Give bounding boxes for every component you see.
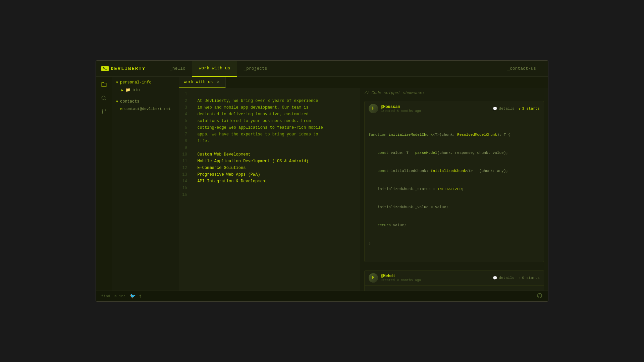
code-line-11: 11 Mobile Application Development (iOS &… bbox=[179, 158, 360, 165]
code-panel-left[interactable]: 1 2 At DevLiberty, we bring over 3 years… bbox=[179, 88, 360, 291]
line-content-13: Progressive Web Apps (PWA) bbox=[193, 171, 260, 178]
github-icon[interactable] bbox=[537, 293, 543, 300]
line-number-15: 15 bbox=[179, 185, 193, 191]
line-number-9: 9 bbox=[179, 144, 193, 151]
files-icon[interactable] bbox=[99, 79, 109, 90]
line-content-5: solutions tailored to your business need… bbox=[193, 118, 311, 124]
stars-btn-houssam[interactable]: ★ 3 starts bbox=[519, 107, 540, 111]
titlebar: >_ DEVLIBERTY _hello work with us _proje… bbox=[96, 61, 548, 77]
line-content-8: life. bbox=[193, 138, 209, 144]
svg-point-3 bbox=[105, 110, 106, 111]
code-line-1: 1 bbox=[179, 91, 360, 98]
editor-tab-label: work with us bbox=[184, 80, 213, 84]
sidebar-bio[interactable]: ▶ 📁 bio bbox=[112, 86, 179, 94]
tab-hello[interactable]: _hello bbox=[163, 61, 192, 77]
created-time-houssam: Created 5 months ago bbox=[381, 109, 493, 113]
code-line-16: 16 bbox=[179, 191, 360, 198]
line-content-14: API Integration & Development bbox=[193, 178, 267, 185]
line-number-16: 16 bbox=[179, 191, 193, 198]
editor-area: work with us × 1 2 At DevLiberty, we bri… bbox=[179, 77, 548, 291]
snippet-title: // Code snippet showcase: bbox=[364, 91, 544, 96]
user-info-houssam: @Houssam Created 5 months ago bbox=[381, 105, 493, 113]
line-number-4: 4 bbox=[179, 111, 193, 118]
main-layout: ▼ personal-info ▶ 📁 bio ▼ contacts ✉ con… bbox=[96, 77, 548, 291]
line-number-13: 13 bbox=[179, 171, 193, 178]
editor-tab-work-with-us[interactable]: work with us × bbox=[179, 77, 226, 88]
snippet-card-houssam: H @Houssam Created 5 months ago 💬 detail… bbox=[364, 101, 544, 262]
line-number-5: 5 bbox=[179, 118, 193, 124]
chevron-down-icon: ▼ bbox=[116, 81, 118, 84]
snippet-actions-mehdi: 💬 details ☆ 0 starts bbox=[493, 276, 540, 280]
code-snippet-line: initializedChunk._value = value; bbox=[369, 204, 540, 210]
code-line-4: 4 dedicated to delivering innovative, cu… bbox=[179, 111, 360, 118]
tab-contact-us[interactable]: _contact-us bbox=[500, 61, 543, 77]
tab-projects[interactable]: _projects bbox=[237, 61, 274, 77]
git-icon[interactable] bbox=[99, 106, 109, 117]
code-line-7: 7 apps, we have the expertise to bring y… bbox=[179, 131, 360, 138]
star-icon-mehdi: ☆ bbox=[519, 276, 521, 280]
line-content-3: in web and mobile app development. Our t… bbox=[193, 104, 309, 111]
details-btn-houssam[interactable]: 💬 details bbox=[493, 107, 514, 111]
code-panel-right[interactable]: // Code snippet showcase: H @Houssam Cre… bbox=[360, 88, 548, 291]
svg-line-1 bbox=[105, 99, 106, 101]
stars-count-mehdi: 0 starts bbox=[522, 276, 540, 280]
line-number-10: 10 bbox=[179, 151, 193, 158]
facebook-icon[interactable]: f bbox=[140, 294, 141, 299]
code-line-6: 6 cutting-edge web applications to featu… bbox=[179, 124, 360, 131]
line-number-8: 8 bbox=[179, 138, 193, 144]
tab-work-with-us[interactable]: work with us bbox=[192, 61, 237, 77]
line-number-11: 11 bbox=[179, 158, 193, 165]
logo-text: DEVLIBERTY bbox=[111, 66, 146, 71]
line-content-2: At DevLiberty, we bring over 3 years of … bbox=[193, 98, 318, 104]
logo-icon: >_ bbox=[101, 66, 109, 71]
chevron-right-icon: ▶ bbox=[121, 88, 123, 92]
code-line-2: 2 At DevLiberty, we bring over 3 years o… bbox=[179, 98, 360, 104]
snippet-card-mehdi: M @Mehdi Created 9 months ago 💬 details bbox=[364, 270, 544, 291]
tab-close-button[interactable]: × bbox=[215, 79, 221, 85]
activity-bar bbox=[96, 77, 112, 291]
created-time-mehdi: Created 9 months ago bbox=[381, 279, 493, 282]
contact-email: contact@devlibert.net bbox=[124, 107, 171, 111]
code-line-15: 15 bbox=[179, 185, 360, 191]
line-number-12: 12 bbox=[179, 165, 193, 171]
line-number-6: 6 bbox=[179, 124, 193, 131]
line-number-1: 1 bbox=[179, 91, 193, 98]
sidebar-personal-info[interactable]: ▼ personal-info bbox=[112, 79, 179, 86]
star-icon-houssam: ★ bbox=[519, 107, 521, 111]
search-icon[interactable] bbox=[99, 93, 109, 104]
editor-tabs: work with us × bbox=[179, 77, 548, 88]
personal-info-label: personal-info bbox=[120, 80, 152, 85]
details-btn-mehdi[interactable]: 💬 details bbox=[493, 276, 514, 280]
comment-icon: 💬 bbox=[493, 107, 497, 111]
line-number-3: 3 bbox=[179, 104, 193, 111]
code-snippet-line: const initializedChunk: InitializedChunk… bbox=[369, 168, 540, 174]
code-snippet-line: initializedChunk._status = INITIALIZED; bbox=[369, 186, 540, 192]
status-left: find us in: 🐦 f bbox=[101, 293, 537, 299]
line-content-4: dedicated to delivering innovative, cust… bbox=[193, 111, 309, 118]
contacts-chevron-icon: ▼ bbox=[116, 100, 118, 104]
code-snippet-line: return value; bbox=[369, 222, 540, 228]
contact-email-item[interactable]: ✉ contact@devlibert.net bbox=[112, 105, 179, 112]
avatar-houssam: H bbox=[369, 104, 378, 113]
contacts-label: contacts bbox=[120, 99, 140, 104]
svg-point-4 bbox=[102, 113, 103, 114]
line-content-7: apps, we have the expertise to bring you… bbox=[193, 131, 318, 138]
comment-icon-mehdi: 💬 bbox=[493, 276, 497, 280]
stars-count-houssam: 3 starts bbox=[522, 107, 540, 111]
code-line-12: 12 E-Commerce Solutions bbox=[179, 165, 360, 171]
stars-btn-mehdi[interactable]: ☆ 0 starts bbox=[519, 276, 540, 280]
line-number-14: 14 bbox=[179, 178, 193, 185]
details-label-houssam: details bbox=[499, 107, 514, 111]
svg-point-0 bbox=[102, 96, 105, 100]
contacts-section: ▼ contacts ✉ contact@devlibert.net bbox=[112, 96, 179, 114]
sidebar-contacts[interactable]: ▼ contacts bbox=[112, 98, 179, 105]
code-line-3: 3 in web and mobile app development. Our… bbox=[179, 104, 360, 111]
snippet-code-mehdi: export function parseModelTuple( respons… bbox=[365, 286, 544, 291]
line-content-11: Mobile Application Development (iOS & An… bbox=[193, 158, 309, 165]
code-snippet-line: } bbox=[369, 240, 540, 246]
line-content-10: Custom Web Development bbox=[193, 151, 251, 158]
folder-icon: 📁 bbox=[125, 87, 130, 93]
code-line-13: 13 Progressive Web Apps (PWA) bbox=[179, 171, 360, 178]
twitter-icon[interactable]: 🐦 bbox=[130, 293, 136, 299]
code-snippet-line: const value: T = parseModel(chunk._respo… bbox=[369, 150, 540, 156]
